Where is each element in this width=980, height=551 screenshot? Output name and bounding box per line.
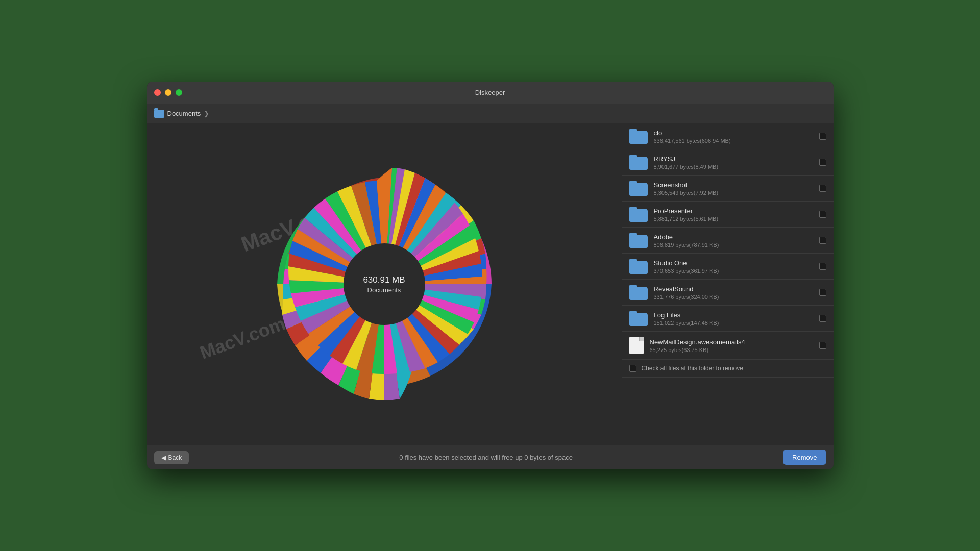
item-name: Studio One <box>654 259 813 267</box>
folder-icon <box>629 207 648 222</box>
check-all-checkbox[interactable] <box>629 365 636 372</box>
breadcrumb-folder-icon <box>154 110 164 118</box>
item-info: NewMailDesign.awesomemails4 65,275 bytes… <box>650 338 813 353</box>
item-checkbox[interactable] <box>819 237 826 244</box>
minimize-button[interactable] <box>165 89 172 96</box>
item-info: Studio One 370,653 bytes(361.97 KB) <box>654 259 813 274</box>
main-content: MacV.com MacV.com <box>147 123 834 445</box>
breadcrumb-chevron: ❯ <box>204 110 209 117</box>
item-name: Screenshot <box>654 181 813 189</box>
item-info: Screenshot 8,305,549 bytes(7.92 MB) <box>654 181 813 196</box>
item-checkbox[interactable] <box>819 342 826 349</box>
breadcrumb-label[interactable]: Documents <box>167 110 201 117</box>
item-checkbox[interactable] <box>819 263 826 270</box>
item-size: 151,022 bytes(147.48 KB) <box>654 320 813 326</box>
item-checkbox[interactable] <box>819 185 826 192</box>
item-checkbox[interactable] <box>819 211 826 218</box>
sunburst-chart[interactable]: 630.91 MB Documents <box>241 141 527 427</box>
item-name: ProPresenter <box>654 207 813 215</box>
folder-icon <box>629 233 648 248</box>
folder-icon <box>629 181 648 196</box>
item-size: 5,881,712 bytes(5.61 MB) <box>654 216 813 222</box>
item-info: Adobe 806,819 bytes(787.91 KB) <box>654 233 813 248</box>
app-window: Diskeeper Documents ❯ MacV.com MacV.com <box>147 82 834 469</box>
item-name: clo <box>654 129 813 137</box>
item-info: RevealSound 331,776 bytes(324.00 KB) <box>654 285 813 300</box>
list-item[interactable]: RRYSJ 8,901,677 bytes(8.49 MB) <box>622 149 834 176</box>
folder-icon <box>629 155 648 170</box>
item-info: ProPresenter 5,881,712 bytes(5.61 MB) <box>654 207 813 222</box>
title-bar: Diskeeper <box>147 82 834 104</box>
list-item[interactable]: RevealSound 331,776 bytes(324.00 KB) <box>622 280 834 306</box>
sunburst-svg <box>241 141 527 427</box>
list-item[interactable]: Studio One 370,653 bytes(361.97 KB) <box>622 254 834 280</box>
item-name: RRYSJ <box>654 155 813 163</box>
list-item[interactable]: Adobe 806,819 bytes(787.91 KB) <box>622 228 834 254</box>
maximize-button[interactable] <box>176 89 182 96</box>
item-name: RevealSound <box>654 285 813 293</box>
item-name: NewMailDesign.awesomemails4 <box>650 338 813 346</box>
status-text: 0 files have been selected and will free… <box>189 454 783 461</box>
file-icon <box>629 337 644 354</box>
check-all-row: Check all files at this folder to remove <box>622 360 834 378</box>
bottom-bar: ◀ Back 0 files have been selected and wi… <box>147 445 834 469</box>
item-size: 636,417,561 bytes(606.94 MB) <box>654 138 813 144</box>
file-list-sidebar: clo 636,417,561 bytes(606.94 MB) RRYSJ 8… <box>622 123 834 445</box>
list-item[interactable]: NewMailDesign.awesomemails4 65,275 bytes… <box>622 332 834 360</box>
remove-button[interactable]: Remove <box>783 450 826 465</box>
item-checkbox[interactable] <box>819 159 826 166</box>
list-item[interactable]: ProPresenter 5,881,712 bytes(5.61 MB) <box>622 202 834 228</box>
item-checkbox[interactable] <box>819 133 826 140</box>
traffic-lights <box>154 89 182 96</box>
item-info: Log Files 151,022 bytes(147.48 KB) <box>654 311 813 326</box>
item-size: 65,275 bytes(63.75 KB) <box>650 347 813 353</box>
close-button[interactable] <box>154 89 161 96</box>
item-size: 370,653 bytes(361.97 KB) <box>654 268 813 274</box>
back-arrow-icon: ◀ <box>161 454 166 461</box>
item-info: RRYSJ 8,901,677 bytes(8.49 MB) <box>654 155 813 170</box>
item-checkbox[interactable] <box>819 289 826 296</box>
breadcrumb-bar: Documents ❯ <box>147 104 834 123</box>
list-item[interactable]: Log Files 151,022 bytes(147.48 KB) <box>622 306 834 332</box>
folder-icon <box>629 129 648 144</box>
list-item[interactable]: Screenshot 8,305,549 bytes(7.92 MB) <box>622 176 834 202</box>
folder-icon <box>629 311 648 326</box>
item-size: 8,305,549 bytes(7.92 MB) <box>654 190 813 196</box>
window-title: Diskeeper <box>475 89 505 96</box>
folder-icon <box>629 259 648 274</box>
item-name: Adobe <box>654 233 813 241</box>
back-button[interactable]: ◀ Back <box>154 451 189 464</box>
back-button-label: Back <box>168 454 182 461</box>
item-info: clo 636,417,561 bytes(606.94 MB) <box>654 129 813 144</box>
item-size: 806,819 bytes(787.91 KB) <box>654 242 813 248</box>
check-all-label: Check all files at this folder to remove <box>642 365 743 372</box>
item-name: Log Files <box>654 311 813 319</box>
svg-point-1 <box>344 243 425 325</box>
item-size: 8,901,677 bytes(8.49 MB) <box>654 164 813 170</box>
folder-icon <box>629 285 648 300</box>
chart-area: MacV.com MacV.com <box>147 123 622 445</box>
list-item[interactable]: clo 636,417,561 bytes(606.94 MB) <box>622 123 834 149</box>
item-checkbox[interactable] <box>819 315 826 322</box>
item-size: 331,776 bytes(324.00 KB) <box>654 294 813 300</box>
